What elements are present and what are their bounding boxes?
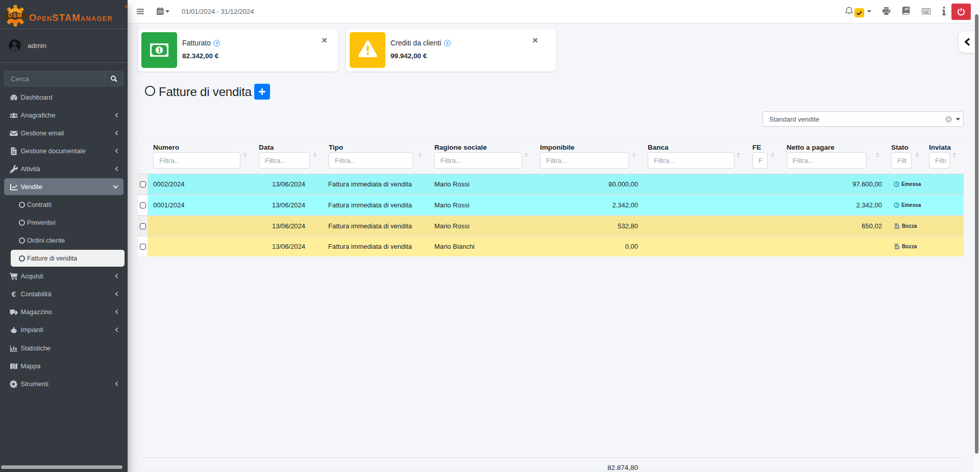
svg-text:1: 1: [157, 46, 161, 54]
svg-text:OSM: OSM: [8, 12, 22, 18]
